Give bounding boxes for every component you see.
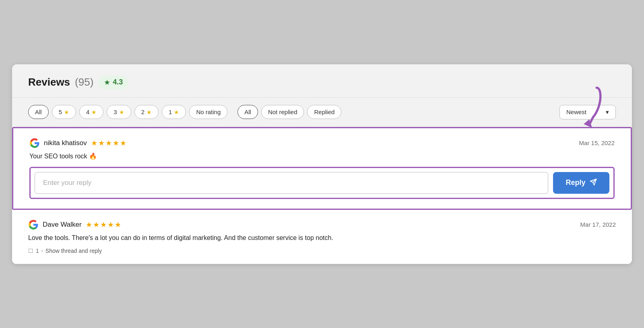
star-1-3: ★	[105, 139, 112, 148]
filter-1-star[interactable]: 1 ★	[162, 105, 186, 119]
star-icon-5: ★	[64, 109, 69, 115]
reviews-panel: Reviews (95) ★ 4.3 All 5 ★ 4 ★ 3 ★ 2 ★	[12, 64, 632, 264]
reviews-list: nikita khatisov ★ ★ ★ ★ ★ Mar 15, 2022 Y…	[12, 127, 632, 264]
review-text-1: Your SEO tools rock 🔥	[29, 152, 615, 161]
reviewer-info-1: nikita khatisov ★ ★ ★ ★ ★	[29, 138, 126, 148]
filter-3-star[interactable]: 3 ★	[107, 105, 131, 119]
thread-link-label: Show thread and reply	[45, 248, 102, 254]
arrow-annotation	[542, 84, 607, 132]
filter-replied[interactable]: Replied	[307, 105, 341, 119]
reply-input-1[interactable]	[35, 172, 548, 194]
reply-button-label: Reply	[566, 178, 585, 187]
review-header-1: nikita khatisov ★ ★ ★ ★ ★ Mar 15, 2022	[29, 138, 615, 148]
reviewer-info-2: Dave Walker ★ ★ ★ ★ ★	[28, 219, 121, 230]
thread-count: 1	[36, 248, 39, 254]
filter-2-star[interactable]: 2 ★	[134, 105, 159, 119]
filter-5-star-label: 5	[59, 109, 62, 115]
star-icon-2: ★	[147, 109, 152, 115]
star-1-1: ★	[91, 139, 97, 148]
filter-all-reply[interactable]: All	[237, 105, 258, 119]
filter-not-replied-label: Not replied	[268, 109, 297, 115]
star-icon-3: ★	[119, 109, 124, 115]
reviewer-name-1: nikita khatisov	[44, 139, 87, 147]
reply-button-1[interactable]: Reply	[553, 172, 609, 194]
panel-header: Reviews (95) ★ 4.3	[12, 64, 632, 98]
star-2-2: ★	[93, 220, 99, 229]
review-date-1: Mar 15, 2022	[579, 139, 615, 146]
filter-4-star[interactable]: 4 ★	[79, 105, 103, 119]
review-item-2: Dave Walker ★ ★ ★ ★ ★ Mar 17, 2022 Love …	[12, 210, 632, 264]
rating-number: 4.3	[113, 78, 123, 86]
review-header-2: Dave Walker ★ ★ ★ ★ ★ Mar 17, 2022	[28, 219, 616, 230]
star-2-5: ★	[115, 220, 121, 229]
send-icon	[590, 178, 597, 187]
star-2-1: ★	[86, 220, 92, 229]
review-text-2: Love the tools. There's a lot you can do…	[28, 233, 616, 243]
star-icon-4: ★	[91, 109, 97, 115]
reply-area-1: Reply	[29, 167, 615, 199]
filter-5-star[interactable]: 5 ★	[52, 105, 76, 119]
filter-3-star-label: 3	[114, 109, 117, 115]
review-item-1: nikita khatisov ★ ★ ★ ★ ★ Mar 15, 2022 Y…	[12, 127, 632, 210]
reviews-title: Reviews (95) ★ 4.3	[28, 76, 616, 89]
star-1-5: ★	[120, 139, 126, 148]
reviews-title-text: Reviews	[28, 76, 70, 88]
filter-all-rating-label: All	[35, 109, 42, 115]
chevron-right-icon: ›	[41, 248, 43, 254]
star-2-3: ★	[100, 220, 107, 229]
star-1-2: ★	[98, 139, 105, 148]
filter-divider	[232, 107, 233, 118]
filter-4-star-label: 4	[86, 109, 89, 115]
filter-not-replied[interactable]: Not replied	[261, 105, 304, 119]
filter-replied-label: Replied	[314, 109, 334, 115]
filter-1-star-label: 1	[169, 109, 172, 115]
star-icon-1: ★	[174, 109, 179, 115]
filter-no-rating-label: No rating	[196, 109, 221, 115]
stars-1: ★ ★ ★ ★ ★	[91, 139, 126, 148]
rating-badge: ★ 4.3	[98, 76, 128, 89]
google-logo-1	[29, 138, 40, 148]
filter-all-reply-label: All	[244, 109, 251, 115]
filter-all-rating[interactable]: All	[28, 105, 49, 119]
stars-2: ★ ★ ★ ★ ★	[86, 220, 121, 229]
reviewer-name-2: Dave Walker	[43, 221, 82, 229]
rating-star-icon: ★	[104, 78, 110, 87]
reviews-count: (95)	[75, 76, 93, 88]
filter-2-star-label: 2	[141, 109, 144, 115]
star-2-4: ★	[107, 220, 114, 229]
star-1-4: ★	[113, 139, 119, 148]
chat-icon: ☐	[28, 248, 33, 254]
filter-bar: All 5 ★ 4 ★ 3 ★ 2 ★ 1 ★ No rating All	[12, 98, 632, 127]
filter-no-rating[interactable]: No rating	[189, 105, 227, 119]
thread-link-2[interactable]: ☐ 1 › Show thread and reply	[28, 248, 616, 254]
review-date-2: Mar 17, 2022	[580, 221, 616, 228]
google-logo-2	[28, 219, 39, 230]
